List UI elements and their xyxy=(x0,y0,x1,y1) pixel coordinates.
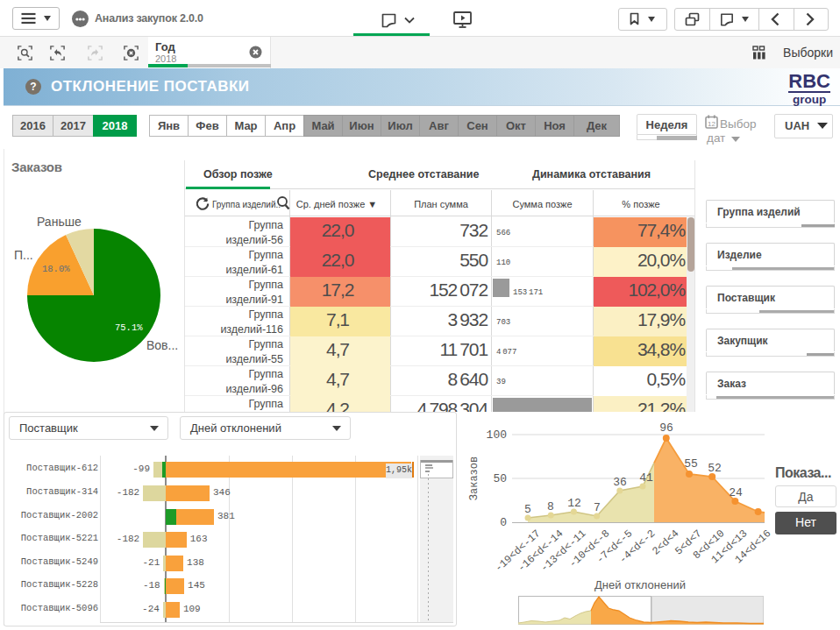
svg-text:12: 12 xyxy=(708,120,715,128)
svg-text:12: 12 xyxy=(567,497,581,510)
svg-text:55: 55 xyxy=(684,457,698,471)
svg-text:41: 41 xyxy=(639,471,653,485)
svg-text:7: 7 xyxy=(594,501,601,514)
svg-text:5: 5 xyxy=(524,503,531,516)
svg-text:24: 24 xyxy=(729,486,743,499)
svg-text:8: 8 xyxy=(547,500,554,513)
svg-text:36: 36 xyxy=(613,476,627,489)
svg-text:96: 96 xyxy=(659,421,673,435)
svg-text:52: 52 xyxy=(708,462,722,475)
